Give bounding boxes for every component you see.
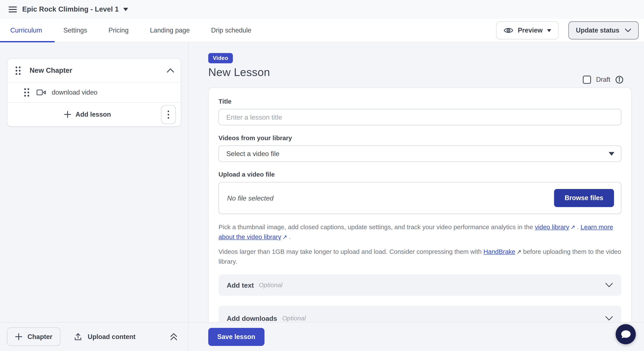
help-text-segment: Pick a thumbnail image, add closed capti…: [218, 224, 535, 230]
title-label: Title: [218, 98, 621, 105]
add-text-section[interactable]: Add text Optional: [218, 274, 621, 296]
course-title: Epic Rock Climbing - Level 1: [22, 5, 119, 14]
preview-label: Preview: [518, 27, 542, 34]
chevron-down-icon: [625, 28, 632, 32]
lesson-header: Video New Lesson Draft: [208, 53, 624, 79]
collapse-all-button[interactable]: [169, 332, 178, 341]
app-window: Epic Rock Climbing - Level 1 Curriculum …: [0, 0, 644, 351]
tab-settings[interactable]: Settings: [63, 27, 87, 34]
no-file-text: No file selected: [227, 194, 274, 202]
curriculum-sidebar: New Chapter: [0, 43, 188, 351]
upload-video-label: Upload a video file: [218, 171, 621, 178]
lesson-editor: Video New Lesson Draft Title: [189, 43, 644, 351]
tab-drip-schedule[interactable]: Drip schedule: [211, 27, 252, 34]
handbrake-link[interactable]: HandBrake: [484, 248, 516, 255]
update-status-label: Update status: [576, 27, 620, 34]
chapter-card: New Chapter: [7, 58, 181, 127]
plus-icon: [64, 111, 71, 118]
chapter-options-button[interactable]: [161, 105, 176, 124]
page-title: New Lesson: [208, 66, 624, 79]
add-lesson-label: Add lesson: [76, 111, 111, 118]
chapter-header: New Chapter: [8, 59, 181, 82]
toolbar-actions: Preview Update status: [496, 22, 644, 40]
lesson-footer-bar: Save lesson: [189, 322, 644, 351]
select-caret-icon: [609, 152, 614, 156]
help-text-segment: .: [575, 224, 581, 230]
caret-down-icon: [123, 8, 128, 11]
kebab-menu-icon: [168, 110, 169, 118]
external-link-icon: ↗: [281, 233, 287, 242]
chapter-title: New Chapter: [30, 66, 72, 74]
help-text-segment: .: [287, 233, 291, 240]
external-link-icon: ↗: [515, 248, 521, 257]
double-chevron-up-icon: [169, 332, 178, 341]
add-chapter-label: Chapter: [28, 333, 52, 340]
compression-help-text: Videos larger than 1GB may take longer t…: [218, 247, 621, 266]
browse-files-button[interactable]: Browse files: [554, 189, 614, 207]
add-downloads-label: Add downloads: [227, 314, 277, 322]
file-upload-dropzone[interactable]: No file selected Browse files: [218, 182, 621, 214]
add-chapter-button[interactable]: Chapter: [7, 328, 60, 346]
lesson-title: download video: [52, 89, 97, 96]
video-library-select-value: Select a video file: [226, 150, 280, 158]
active-tab-underline: [0, 41, 54, 42]
preview-button[interactable]: Preview: [496, 22, 559, 40]
draft-checkbox[interactable]: [583, 76, 591, 84]
tab-pricing[interactable]: Pricing: [108, 27, 128, 34]
info-icon[interactable]: [615, 76, 624, 84]
save-lesson-button[interactable]: Save lesson: [208, 328, 264, 346]
upload-content-label: Upload content: [88, 333, 136, 340]
support-chat-button[interactable]: [616, 324, 636, 344]
chevron-down-icon: [605, 316, 613, 321]
add-lesson-button[interactable]: Add lesson: [14, 111, 161, 118]
caret-down-icon: [547, 29, 551, 32]
draft-toggle: Draft: [583, 76, 624, 84]
upload-icon: [74, 332, 82, 341]
drag-handle-icon[interactable]: [15, 66, 21, 75]
tabs: Curriculum Settings Pricing Landing page…: [0, 19, 252, 42]
lesson-type-badge: Video: [208, 53, 232, 63]
drag-handle-icon[interactable]: [24, 88, 30, 97]
lesson-form-card: Title Videos from your library Select a …: [208, 88, 632, 322]
plus-icon: [15, 333, 22, 340]
video-library-label: Videos from your library: [218, 134, 621, 142]
video-library-link[interactable]: video library: [535, 224, 569, 230]
update-status-button[interactable]: Update status: [568, 22, 639, 40]
lesson-title-input[interactable]: [218, 109, 621, 126]
video-library-select[interactable]: Select a video file: [218, 146, 621, 162]
tab-bar: Curriculum Settings Pricing Landing page…: [0, 19, 644, 42]
hamburger-menu-icon[interactable]: [6, 2, 20, 16]
draft-label: Draft: [596, 76, 610, 84]
eye-icon: [504, 27, 513, 34]
lesson-item[interactable]: download video: [8, 82, 181, 103]
sidebar-footer: Chapter Upload content: [0, 322, 188, 351]
tab-landing-page[interactable]: Landing page: [150, 27, 190, 34]
help-text-segment: Videos larger than 1GB may take longer t…: [218, 248, 483, 255]
optional-label: Optional: [259, 282, 282, 289]
lesson-editor-scroll-area: Video New Lesson Draft Title: [189, 43, 644, 322]
chapter-footer: Add lesson: [8, 103, 181, 126]
top-bar: Epic Rock Climbing - Level 1: [0, 0, 644, 19]
upload-content-button[interactable]: Upload content: [74, 332, 136, 341]
chevron-up-icon[interactable]: [167, 68, 174, 73]
chevron-down-icon: [605, 283, 613, 288]
video-camera-icon: [36, 89, 46, 96]
video-library-help-text: Pick a thumbnail image, add closed capti…: [218, 222, 621, 242]
add-downloads-section[interactable]: Add downloads Optional: [218, 306, 621, 322]
chat-icon: [620, 330, 631, 339]
tab-curriculum[interactable]: Curriculum: [10, 27, 42, 34]
add-text-label: Add text: [227, 281, 254, 289]
external-link-icon: ↗: [569, 222, 575, 232]
course-switcher[interactable]: Epic Rock Climbing - Level 1: [22, 5, 128, 14]
optional-label: Optional: [282, 314, 306, 322]
